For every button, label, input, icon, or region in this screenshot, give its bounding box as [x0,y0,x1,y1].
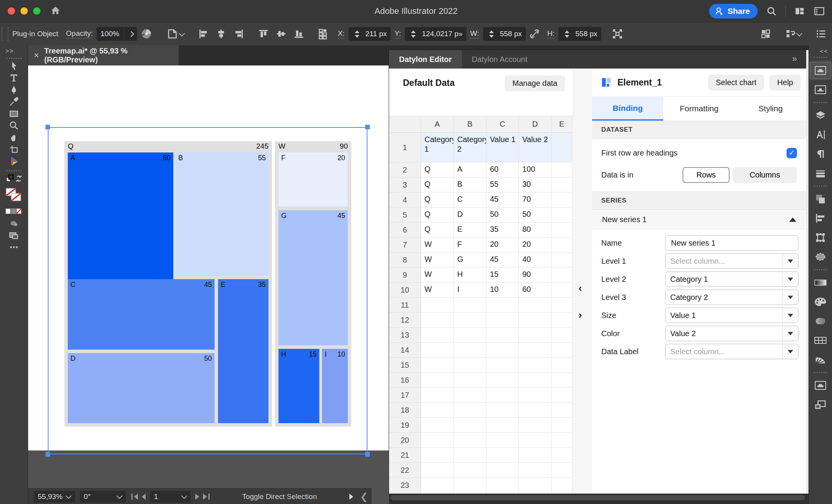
select-chart-button[interactable]: Select chart [708,75,764,90]
paragraph-panel-icon[interactable] [809,144,832,164]
type-tool-icon[interactable] [0,72,28,84]
sheet-cell-A13[interactable] [421,328,454,343]
sheet-cell-D6[interactable]: 80 [519,223,552,238]
sheet-cell-A3[interactable]: Q [421,177,454,193]
sheet-cell-A6[interactable]: Q [421,223,454,238]
artboards-panel-icon[interactable] [809,395,832,414]
align-left-icon[interactable] [198,28,209,40]
sheet-cell-E22[interactable] [552,463,572,478]
search-icon[interactable] [766,6,777,17]
first-row-headings-checkbox[interactable]: ✓ [787,148,797,158]
sheet-cell-B14[interactable] [454,343,486,358]
row-number[interactable]: 10 [389,283,421,298]
sheet-cell-D18[interactable] [519,403,552,418]
sheet-cell-B7[interactable]: F [454,238,486,253]
sheet-cell-E3[interactable] [552,177,572,193]
color-mixer-panel-icon[interactable] [809,311,832,331]
align-vcenter-icon[interactable] [275,28,287,40]
toolbar-expand-icon[interactable]: >> [0,45,28,55]
sheet-cell-B15[interactable] [454,358,486,373]
sheet-cell-A9[interactable]: W [421,268,454,283]
row-number[interactable]: 8 [389,253,421,268]
sheet-cell-B10[interactable]: I [454,283,486,298]
sheet-cell-D23[interactable] [519,478,552,493]
h-stepper[interactable] [562,27,572,41]
align-panel-icon[interactable] [809,209,832,228]
column-header-D[interactable]: D [519,116,552,133]
rows-button[interactable]: Rows [683,167,730,183]
dropdown-arrow-icon[interactable] [782,290,798,305]
w-field[interactable]: 558 px [483,27,526,41]
panel-splitter[interactable]: ‹ › [573,69,592,494]
selection-tool-icon[interactable] [0,60,28,72]
sheet-cell-D10[interactable]: 60 [519,283,552,298]
manage-data-button[interactable]: Manage data [505,75,565,91]
row-number[interactable]: 2 [389,162,421,177]
y-field[interactable]: 124,0217 p» [405,27,466,41]
sheet-cell-B16[interactable] [454,373,486,388]
selection-handle[interactable] [45,452,50,457]
sheet-cell-C2[interactable]: 60 [486,162,519,177]
toolbar-grip[interactable] [6,58,22,59]
sheet-cell-C16[interactable] [486,373,519,388]
sheet-cell-B23[interactable] [454,478,486,493]
sheet-cell-B11[interactable] [454,298,486,313]
tab-datylon-account[interactable]: Datylon Account [462,50,538,69]
sheet-cell-D20[interactable] [519,433,552,448]
sheet-cell-A16[interactable] [421,373,454,388]
row-number[interactable]: 7 [389,238,421,253]
sheet-cell-C13[interactable] [486,328,519,343]
y-stepper[interactable] [409,27,418,41]
sheet-cell-A17[interactable] [421,388,454,403]
column-header-C[interactable]: C [486,116,519,133]
sheet-cell-C6[interactable]: 35 [486,223,519,238]
sheet-cell-D15[interactable] [519,358,552,373]
color-mode-row-icon[interactable] [0,205,28,217]
align-top-icon[interactable] [258,28,269,40]
sheet-cell-C3[interactable]: 55 [486,177,519,193]
sheet-cell-A14[interactable] [421,343,454,358]
tab-binding[interactable]: Binding [592,97,663,121]
collapse-left-icon[interactable]: ‹ [579,282,582,294]
tab-formatting[interactable]: Formatting [663,97,735,121]
sheet-cell-C14[interactable] [486,343,519,358]
artboard-number-select[interactable]: 1 [150,491,191,502]
sheet-cell-E10[interactable] [552,283,572,298]
previous-artboard-button[interactable] [142,494,146,500]
sheet-cell-A8[interactable]: W [421,253,454,268]
name-input[interactable] [665,235,798,251]
selection-handle[interactable] [365,125,370,129]
align-center-icon[interactable] [215,28,227,40]
w-stepper[interactable] [487,27,496,41]
sheet-cell-E19[interactable] [552,418,572,433]
sheet-corner[interactable] [389,116,421,133]
sheet-cell-B2[interactable]: A [454,162,486,177]
h-field[interactable]: 558 px [559,27,601,41]
sheet-cell-C5[interactable]: 50 [486,208,519,223]
sheet-cell-E16[interactable] [552,373,572,388]
sheet-cell-B3[interactable]: B [454,177,486,193]
sheet-cell-B9[interactable]: H [454,268,486,283]
zoom-tool-icon[interactable] [0,119,28,131]
scale-corners-icon[interactable] [611,28,624,40]
column-header-A[interactable]: A [421,116,454,133]
sheet-cell-E17[interactable] [552,388,572,403]
color-panel-icon[interactable] [809,292,832,311]
last-artboard-button[interactable] [203,494,210,500]
sheet-cell-E11[interactable] [552,298,572,313]
h-label[interactable]: H: [547,29,555,39]
rectangle-tool-icon[interactable] [0,107,28,119]
layers-panel-icon[interactable] [809,106,832,125]
document-tab[interactable]: × Treemap.ai* @ 55,93 % (RGB/Preview) [28,45,179,65]
color-select[interactable]: Value 2 [665,326,798,341]
more-tools-icon[interactable] [0,241,28,253]
transform-panel-icon[interactable] [809,228,832,247]
sheet-cell-D2[interactable]: 100 [519,162,552,177]
row-number[interactable]: 21 [389,448,421,463]
sheet-cell-D13[interactable] [519,328,552,343]
control-menu-icon[interactable] [815,28,827,40]
sheet-cell-C19[interactable] [486,418,519,433]
level-2-select[interactable]: Category 1 [665,271,798,287]
sheet-cell-E6[interactable] [552,223,572,238]
sheet-cell-C9[interactable]: 15 [486,268,519,283]
